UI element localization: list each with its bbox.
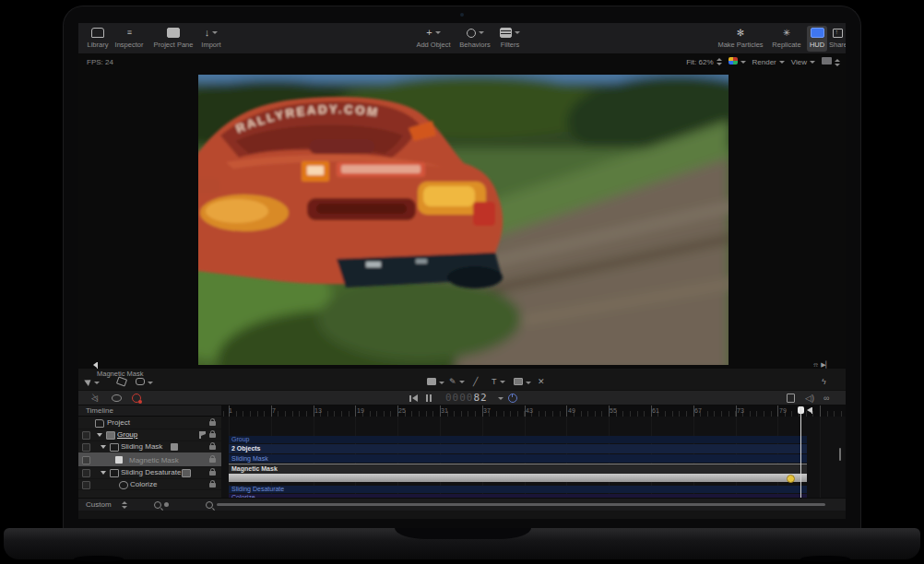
zoom-preset-select[interactable]: Custom (86, 500, 112, 509)
main-toolbar: Library ≡ Inspector Project Pane ↓ Impor… (78, 23, 846, 54)
layer-row-colorize[interactable]: Colorize (78, 478, 221, 490)
zoom-out-icon[interactable] (154, 501, 161, 509)
share-button[interactable]: ↑ Share (829, 26, 846, 52)
record-button[interactable] (132, 394, 141, 403)
lock-icon[interactable] (209, 458, 216, 463)
enable-checkbox[interactable] (82, 481, 90, 489)
timing-display-button[interactable] (508, 394, 517, 403)
pause-button[interactable] (425, 394, 432, 403)
timeline-track-area[interactable]: Group 2 Objects Sliding Mask Magnetic Ma… (221, 417, 846, 498)
mask-tool[interactable] (514, 378, 531, 387)
lock-icon[interactable] (209, 421, 216, 426)
ruler-label: 31 (441, 407, 448, 414)
go-to-start-button[interactable] (409, 394, 418, 403)
canvas-marker-icon[interactable]: ⍾ (813, 361, 818, 369)
select-arrow-icon (84, 377, 93, 386)
playhead-line[interactable] (800, 406, 801, 498)
ruler-label: 25 (398, 407, 406, 414)
make-particles-button[interactable]: ✻ Make Particles (717, 26, 764, 52)
chevron-down-icon (740, 61, 746, 64)
canvas-view-bar: Fit: 62% Render View (686, 57, 840, 66)
add-object-icon: + (414, 26, 453, 40)
timecode-menu[interactable] (495, 394, 503, 403)
chevron-down-icon (459, 381, 465, 383)
layout-control[interactable] (822, 57, 840, 66)
canvas-end-icon[interactable]: ▶▏ (821, 361, 831, 369)
layer-row-sliding-mask[interactable]: Sliding Mask (78, 441, 221, 453)
ruler-label: 79 (779, 407, 787, 414)
layer-row-magnetic-mask[interactable]: Magnetic Mask (78, 452, 221, 467)
enable-checkbox[interactable] (82, 443, 90, 452)
library-button[interactable]: Library (84, 26, 112, 52)
ruler-label: 73 (737, 407, 744, 414)
track-bar-sliding-desaturate[interactable]: Sliding Desaturate (229, 486, 807, 493)
clock-icon (508, 394, 517, 403)
mask-duration-bar[interactable] (229, 474, 807, 482)
chevron-down-icon (479, 31, 484, 34)
audio-button[interactable]: ◁) (805, 394, 814, 403)
disclosure-triangle-icon[interactable] (97, 433, 102, 437)
zoom-in-icon[interactable] (206, 501, 213, 509)
filters-button[interactable]: Filters (495, 26, 525, 52)
hud-button[interactable]: HUD (807, 26, 827, 52)
project-pane-button[interactable]: Project Pane (152, 26, 195, 52)
loop-region-button[interactable] (112, 394, 122, 403)
motion-app-window: Library ≡ Inspector Project Pane ↓ Impor… (78, 23, 846, 519)
enable-checkbox[interactable] (82, 431, 90, 440)
import-button[interactable]: ↓ Import (196, 26, 226, 52)
pan-tool[interactable] (136, 378, 153, 387)
enable-checkbox[interactable] (82, 469, 90, 477)
adjust-tool[interactable]: ✕ (538, 378, 545, 386)
canvas-area[interactable]: FPS: 24 Fit: 62% Render View (78, 54, 846, 369)
enable-checkbox[interactable] (82, 456, 90, 464)
mute-button[interactable]: ◁⟍ (91, 394, 98, 403)
lock-icon[interactable] (209, 483, 216, 488)
mute-icon: ◁⟍ (91, 394, 98, 403)
inspector-button[interactable]: ≡ Inspector (113, 26, 146, 52)
timeline-horizontal-scrollbar[interactable] (217, 503, 825, 506)
lock-icon[interactable] (209, 445, 216, 450)
lock-icon[interactable] (209, 471, 216, 476)
track-bar-group[interactable]: Group (229, 436, 807, 443)
timeline-layer-list: Project Group Sliding Mask (78, 417, 222, 498)
adjust-icon: ✕ (538, 377, 545, 386)
fit-zoom-control[interactable]: Fit: 62% (686, 58, 721, 66)
video-frame[interactable]: RALLYREADY.COM (198, 75, 729, 365)
keyframe-view-button[interactable] (787, 394, 795, 403)
layer-row-sliding-desaturate[interactable]: Sliding Desaturate (78, 466, 221, 479)
replicate-button[interactable]: ✳ Replicate (768, 26, 805, 52)
text-tool[interactable]: T (492, 378, 505, 386)
render-menu[interactable]: Render (752, 58, 785, 66)
disclosure-triangle-icon[interactable] (101, 471, 106, 475)
transform-tool[interactable] (117, 378, 126, 387)
layer-row-project[interactable]: Project (78, 417, 221, 429)
track-bar-sliding-mask[interactable]: Sliding Mask (229, 454, 807, 463)
select-tool[interactable] (86, 378, 100, 387)
zoom-slider-handle[interactable] (164, 502, 169, 507)
view-menu[interactable]: View (791, 58, 815, 66)
track-bar-2-objects[interactable]: 2 Objects (229, 444, 807, 453)
add-object-button[interactable]: + Add Object (414, 26, 453, 52)
flag-icon[interactable] (199, 431, 201, 439)
shape-tool[interactable] (427, 378, 444, 387)
loop-playback-button[interactable]: ∞ (823, 394, 829, 403)
project-pane-icon (152, 26, 195, 40)
lock-icon[interactable] (209, 433, 216, 438)
laptop-foot (800, 556, 850, 562)
stepper-icon (717, 58, 722, 65)
behaviors-button[interactable]: Behaviors (456, 26, 493, 52)
transform-icon (116, 377, 127, 387)
mask-icon (110, 443, 119, 452)
bezier-tool[interactable]: ✎ (449, 378, 465, 386)
pen-icon: ✎ (449, 377, 456, 386)
keyframe-handle[interactable] (787, 475, 795, 483)
disclosure-triangle-icon[interactable] (101, 445, 106, 449)
timecode-display[interactable]: 000082 (445, 393, 488, 402)
output-tool[interactable]: ϟ (822, 378, 826, 386)
channels-menu[interactable] (729, 57, 746, 66)
stepper-icon[interactable] (122, 501, 127, 509)
line-tool[interactable]: ╱ (473, 378, 478, 386)
track-bar-magnetic-mask[interactable]: Magnetic Mask (229, 464, 807, 474)
timeline-vertical-scrollbar[interactable] (839, 448, 841, 461)
layer-row-group[interactable]: Group (78, 429, 221, 441)
